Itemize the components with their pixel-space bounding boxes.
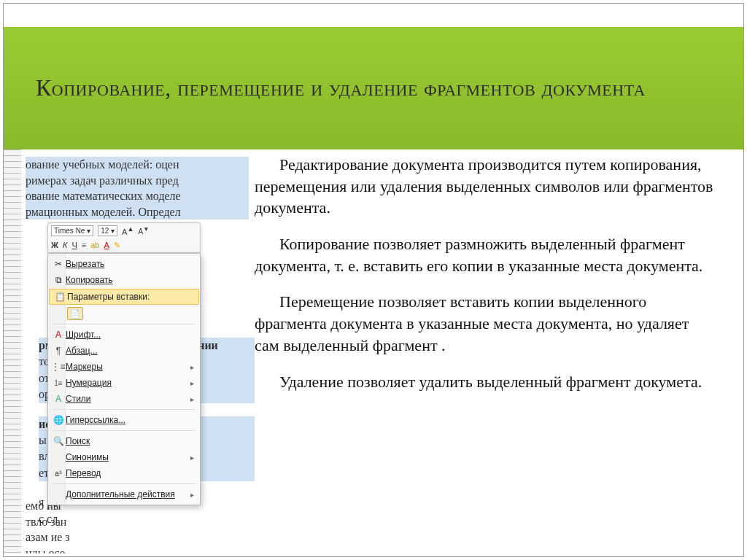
mini-toolbar: Times Ne ▾ 12 ▾ A▲ A▼ Ж К Ч ≡ ab A ✎ [47,222,201,253]
font-color-icon[interactable]: A [104,241,109,249]
search-icon: 🔍 [51,436,66,446]
menu-search[interactable]: 🔍Поиск [48,433,200,449]
doc-line: римерах задач различных пред [26,173,249,189]
menu-separator [53,483,196,484]
menu-separator [53,430,196,431]
italic-icon[interactable]: К [63,241,67,249]
body-paragraph: Копирование позволяет размножить выделен… [255,233,717,276]
bold-icon[interactable]: Ж [51,241,58,249]
align-icon[interactable]: ≡ [82,241,86,249]
menu-font[interactable]: AШрифт... [48,327,200,343]
font-family-select[interactable]: Times Ne ▾ [51,225,93,236]
translate-icon: a⁵ [51,470,66,478]
doc-lower-lines: емо ны твло зан азам ие з нды [21,498,255,553]
scissors-icon: ✂ [51,259,66,269]
menu-translate[interactable]: a⁵Перевод [48,465,200,481]
menu-paragraph[interactable]: ¶Абзац... [48,343,200,359]
grow-font-icon[interactable]: A▲ [122,225,133,236]
menu-styles[interactable]: AСтили▸ [48,391,200,407]
font-size-select[interactable]: 12 ▾ [98,225,117,236]
font-icon: A [51,330,66,340]
menu-paste-icon-row[interactable]: 📄 [48,306,200,322]
highlight-icon[interactable]: ab [90,241,99,249]
slide-title: Копирование, перемещение и удаление фраг… [36,72,646,104]
format-painter-icon[interactable]: ✎ [114,241,120,250]
slide-frame: Копирование, перемещение и удаление фраг… [3,3,744,557]
menu-numbering[interactable]: 1≡Нумерация▸ [48,375,200,391]
body-paragraph: Перемещение позволяет вставить копии выд… [255,291,717,356]
menu-paste-options[interactable]: 📋Параметры вставки: [49,289,199,305]
doc-line: рмационных моделей. Определ [26,204,249,220]
paragraph-icon: ¶ [51,346,66,356]
body-paragraph: Удаление позволяет удалить выделенный фр… [255,371,717,393]
word-document-snippet: ование учебных моделей: оцен римерах зад… [21,149,255,553]
menu-cut[interactable]: ✂Вырезать [48,256,200,272]
menu-separator [53,409,196,410]
menu-bullets[interactable]: ⋮≡Маркеры▸ [48,359,200,375]
shrink-font-icon[interactable]: A▼ [139,225,150,236]
globe-link-icon: 🌐 [51,415,66,425]
doc-margin-strip [4,149,21,553]
styles-icon: A [51,394,66,404]
menu-more-actions[interactable]: Дополнительные действия▸ [48,486,200,502]
menu-copy[interactable]: ⧉Копировать [48,272,200,288]
bullets-icon: ⋮≡ [51,362,66,372]
underline-icon[interactable]: Ч [71,241,77,249]
menu-separator [53,324,196,324]
doc-line: ование учебных моделей: оцен [26,157,249,173]
paste-option-icon[interactable]: 📄 [67,307,83,320]
clipboard-icon: 📋 [53,292,67,302]
title-band: Копирование, перемещение и удаление фраг… [4,27,743,149]
body-paragraph: Редактирование документа производится пу… [255,154,717,219]
doc-line: ование математических моделе [26,188,249,204]
copy-icon: ⧉ [51,275,66,285]
menu-hyperlink[interactable]: 🌐Гиперссылка... [48,412,200,428]
slide-body: Редактирование документа производится пу… [255,154,717,407]
numbering-icon: 1≡ [51,379,66,387]
menu-synonyms[interactable]: Синонимы▸ [48,449,200,465]
context-menu: ✂Вырезать ⧉Копировать 📋Параметры вставки… [47,253,201,505]
